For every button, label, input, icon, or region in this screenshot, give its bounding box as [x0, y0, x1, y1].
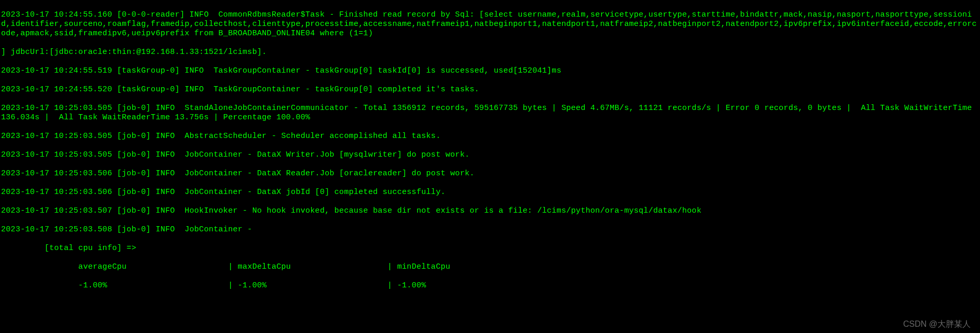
- log-line: 2023-10-17 10:25:03.505 [job-0] INFO Sta…: [1, 104, 977, 122]
- log-line: 2023-10-17 10:25:03.508 [job-0] INFO Job…: [1, 225, 977, 234]
- log-line: 2023-10-17 10:24:55.519 [taskGroup-0] IN…: [1, 66, 977, 76]
- log-line: 2023-10-17 10:25:03.507 [job-0] INFO Hoo…: [1, 206, 977, 216]
- blank-line: [1, 318, 977, 328]
- log-line: 2023-10-17 10:25:03.505 [job-0] INFO Job…: [1, 150, 977, 160]
- log-line: 2023-10-17 10:24:55.520 [taskGroup-0] IN…: [1, 85, 977, 94]
- log-line: 2023-10-17 10:24:55.160 [0-0-0-reader] I…: [1, 10, 977, 38]
- log-line: ] jdbcUrl:[jdbc:oracle:thin:@192.168.1.3…: [1, 48, 977, 57]
- log-line: 2023-10-17 10:25:03.506 [job-0] INFO Job…: [1, 169, 977, 178]
- cpu-info-header: [total cpu info] =>: [1, 244, 977, 253]
- cpu-info-values: -1.00% | -1.00% | -1.00%: [1, 281, 977, 290]
- cpu-info-columns: averageCpu | maxDeltaCpu | minDeltaCpu: [1, 262, 977, 272]
- blank-line: [1, 300, 977, 309]
- watermark: CSDN @大胖某人: [903, 319, 971, 329]
- log-line: 2023-10-17 10:25:03.506 [job-0] INFO Job…: [1, 188, 977, 197]
- terminal-output: 2023-10-17 10:24:55.160 [0-0-0-reader] I…: [1, 1, 977, 331]
- log-line: 2023-10-17 10:25:03.505 [job-0] INFO Abs…: [1, 132, 977, 141]
